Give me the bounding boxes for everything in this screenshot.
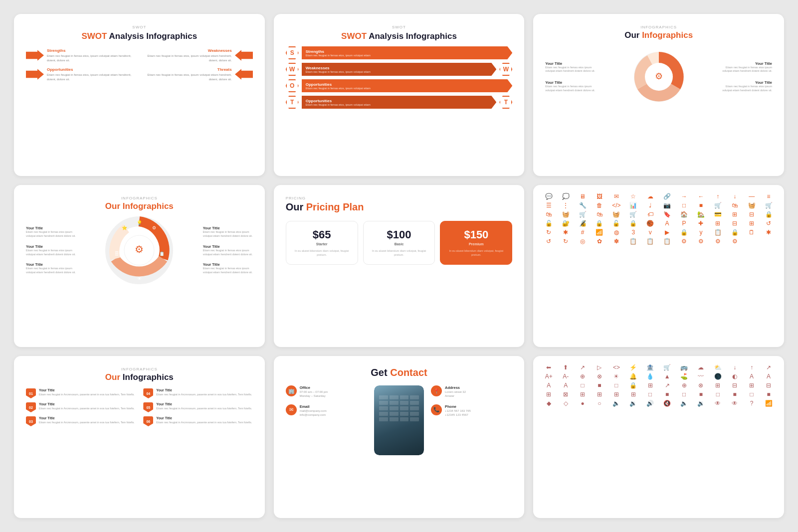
num-badge-1: 01 — [26, 388, 36, 398]
icon-o-sq9: ■ — [727, 391, 742, 398]
icon-o-text4: A — [558, 382, 573, 389]
icon-rotate1: ↺ — [761, 220, 776, 227]
slide-pricing: PRICING Our Pricing Plan $65 Starter In … — [274, 185, 525, 347]
swot2-item-o: O Opportunities Etiam nec feugiat in fem… — [286, 79, 513, 92]
icon-note: 🗒 — [744, 229, 759, 236]
swot2-item-t: T Opportunities Etiam nec feugiat in fem… — [286, 96, 513, 109]
info4-left-3: Your Title Etiam nec feugiat in femas et… — [26, 262, 76, 274]
pie-chart: ⚙ — [626, 44, 691, 109]
slide1-title: SWOT Analysis Infographics — [26, 31, 253, 41]
icon-o-grid6: ⊠ — [558, 391, 573, 398]
icon-cart7: 🛒 — [575, 211, 590, 218]
icon-o-grid5: ⊞ — [541, 391, 556, 398]
slide1-label: SWOT — [26, 25, 253, 29]
icon-clip3: 📋 — [660, 238, 675, 245]
svg-text:⚙: ⚙ — [152, 225, 156, 230]
email-label: Email — [300, 404, 327, 409]
icon-o-grid1: ⊞ — [710, 382, 725, 389]
icon-o-halfmoon: ◐ — [727, 373, 742, 380]
icon-minus: — — [744, 193, 759, 200]
icon-ball: 🏀 — [643, 220, 658, 227]
contact-info-left: 🏢 Office 07:00 am – 07:00 pmMonday – Sat… — [286, 385, 367, 417]
price-tier-premium: Premium — [469, 242, 484, 246]
svg-marker-1 — [235, 50, 253, 61]
num-item-2: 02 Your Title Etiam nec feugiat in Arcmn… — [26, 402, 135, 412]
swot2-title-o: Opportunities — [306, 82, 371, 87]
icon-o-bell: 🔔 — [626, 373, 641, 380]
icon-o-text3: A — [541, 382, 556, 389]
icon-rss: ◍ — [609, 229, 624, 236]
icon-o-spk4: 🔇 — [660, 400, 675, 407]
slide2-title: SWOT Analysis Infographics — [286, 31, 513, 41]
swot2-letter-t: T — [286, 96, 299, 109]
icon-o-grid3: ⊞ — [744, 382, 759, 389]
swot-item-opportunities: Opportunities Etiam nec feugiat in femas… — [26, 67, 137, 81]
info4-right-1: Your Title Etiam nec feugiat in femas et… — [203, 226, 253, 238]
icon-o-sq6: □ — [677, 391, 692, 398]
swot2-title-t: Opportunities — [306, 99, 371, 103]
info3-left: Your Title Etiam nec feugiat in femas et… — [545, 61, 595, 93]
icon-o-diamond1: ◆ — [541, 400, 556, 407]
icon-o-circleplus: ⊕ — [575, 373, 590, 380]
icon-o-wifi1: ? — [744, 400, 759, 407]
building-visual — [374, 385, 424, 455]
slide3-title: Our Infographics — [545, 30, 772, 40]
swot-strengths-heading: Strengths — [47, 48, 137, 53]
info3-right: Your Title Etiam nec feugiat in femas et… — [722, 61, 772, 93]
email-icon: ✉ — [286, 404, 297, 415]
slide-infographics-pie: INFOGRAPHICS Our Infographics Your Title… — [533, 14, 784, 176]
icon-credit: 💳 — [710, 211, 725, 218]
icon-o-circle2: ● — [575, 400, 590, 407]
num-item-4: 04 Your Title Etiam nec feugiat in Arcmn… — [143, 388, 252, 398]
icon-mail: ✉ — [609, 193, 624, 200]
price-amount-basic: $100 — [387, 228, 411, 241]
icon-o-sun: ☀ — [609, 373, 624, 380]
icon-o-bolt: ⚡ — [626, 364, 641, 371]
svg-text:⚙: ⚙ — [135, 244, 144, 255]
icon-lock6: 🔓 — [609, 220, 624, 227]
svg-text:👁: 👁 — [137, 276, 142, 281]
slide7-label: INFOGRAPHICS — [26, 367, 253, 371]
icon-chat: 💬 — [541, 193, 556, 200]
svg-text:🗄: 🗄 — [115, 251, 119, 256]
icon-clip1: 📋 — [626, 238, 641, 245]
circle-infographic: ⚙ 💡 📋 👁 🗄 ⚙ ⭐ — [104, 215, 174, 285]
num-badge-4: 04 — [143, 388, 153, 398]
icon-o-down: ↓ — [727, 364, 742, 371]
icon-lock4: 🔏 — [575, 220, 590, 227]
num-item-5: 05 Your Title Etiam nec feugiat in Arcmn… — [143, 402, 252, 412]
price-amount-starter: $65 — [313, 228, 331, 241]
icon-lock8: 🔒 — [677, 229, 692, 236]
slide-infographics-numbered: INFOGRAPHICS Our Infographics 01 Your Ti… — [14, 356, 265, 518]
icon-o-sq4: □ — [643, 391, 658, 398]
slide5-title: Our Pricing Plan — [286, 201, 513, 213]
icon-expand4: ⊟ — [727, 220, 742, 227]
price-desc-basic: In eu alueet bibendum diam volutpat, feu… — [370, 249, 429, 257]
slide5-label: PRICING — [286, 196, 513, 200]
icon-lock2: 🔓 — [541, 220, 556, 227]
icon-o-sq5: ■ — [660, 391, 675, 398]
icon-cart10: 🛒 — [626, 211, 641, 218]
contact-email: ✉ Email mail@company.cominfo@company.com — [286, 404, 367, 417]
icon-o-lock1: 🔒 — [626, 382, 641, 389]
swot-opportunities-body: Etiam nec feugiat in femas etos, ipsum v… — [47, 73, 137, 81]
building-windows — [379, 395, 419, 421]
swot2-letter-w: W — [286, 63, 299, 76]
icons-grid-colored: 💬 💭 🖥 🖼 ✉ ☆ ☁ 🔗 → ← ↑ ↓ — ≡ ☰ ⋮ 🔧 🗑 </> … — [541, 193, 776, 245]
office-label: Office — [300, 385, 328, 390]
icon-clipboard: 📋 — [710, 229, 725, 236]
num-item-3: 03 Your Title Etiam nec feugiat in Arcmn… — [26, 416, 135, 426]
icon-cart5: 🛍 — [541, 211, 556, 218]
swot2-title-w: Weaknesses — [306, 66, 371, 70]
address-label: Address — [445, 385, 466, 390]
office-value: 07:00 am – 07:00 pmMonday – Saturday — [300, 390, 328, 398]
swot2-bar-o: Opportunities Etiam nec feugiat in femas… — [302, 79, 513, 92]
icon-tag: 🏷 — [643, 211, 658, 218]
contact-layout: 🏢 Office 07:00 am – 07:00 pmMonday – Sat… — [286, 385, 513, 455]
swot2-bar-w: Weaknesses Etiam nec feugiat in femas et… — [302, 63, 497, 76]
icon-o-grid9: ⊞ — [609, 391, 624, 398]
price-tier-basic: Basic — [395, 242, 404, 246]
swot-opportunities-heading: Opportunities — [47, 67, 137, 72]
icon-o-circle3: ○ — [592, 400, 607, 407]
icon-o-sq2: ■ — [592, 382, 607, 389]
